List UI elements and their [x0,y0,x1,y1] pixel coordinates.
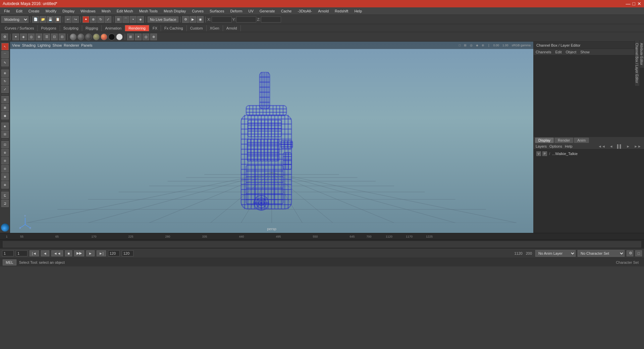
timeline-track[interactable] [3,241,641,248]
new-file-btn[interactable]: 📄 [32,16,39,23]
no-live-surface-btn[interactable]: No Live Surface [148,16,178,22]
menu-mesh-display[interactable]: Mesh Display [161,8,189,14]
lt-icon11[interactable]: ⊗ [1,181,9,189]
options-menu[interactable]: Options [549,144,562,148]
render-btn[interactable]: ▶ [190,16,196,23]
select-tool[interactable]: ✦ [83,16,89,23]
playback-start-field[interactable] [16,250,28,256]
tb2-tex-icon[interactable]: ⊞ [127,34,134,40]
help-menu[interactable]: Help [565,144,573,148]
sphere-flat-btn[interactable] [85,34,92,40]
cb-show-menu[interactable]: Show [580,50,590,54]
lt-icon3[interactable]: ◉ [1,112,9,119]
step-back-btn[interactable]: ◄ [41,250,49,256]
menu-mesh[interactable]: Mesh [99,8,113,14]
menu-mesh-tools[interactable]: Mesh Tools [137,8,160,14]
menu-3dtoall[interactable]: -3DtoAll- [295,8,315,14]
scale-tool-btn[interactable]: ⤢ [1,86,9,93]
vp-icon1[interactable]: □ [459,44,461,47]
menu-redshift[interactable]: Redshift [332,8,351,14]
menu-edit-mesh[interactable]: Edit Mesh [114,8,136,14]
scale-tool[interactable]: ⤢ [105,16,111,23]
attribute-editor-tab[interactable]: Attribute Editor [639,40,644,68]
anim-layer-select[interactable]: No Anim Layer [535,250,576,257]
stop-btn[interactable]: ■ [65,250,72,256]
lt-icon5[interactable]: ⊟ [1,131,9,138]
sphere-textured-btn[interactable] [93,34,100,40]
menu-cache[interactable]: Cache [278,8,294,14]
playback-end-field[interactable] [108,250,120,256]
layer-play-btn[interactable]: ► [626,144,630,148]
paint-tool-btn[interactable]: ✎ [1,59,9,66]
rewind-btn[interactable]: |◄ [30,250,39,256]
tab-rigging[interactable]: Rigging [82,25,102,31]
x-field[interactable] [212,16,232,22]
lt-sphere-btn[interactable] [1,223,9,232]
tb2-render-icon[interactable]: ◎ [143,34,149,40]
lasso-tool-btn[interactable]: ⌒ [1,51,9,58]
tb2-light-icon[interactable]: ☀ [135,34,142,40]
layer-visible-btn[interactable]: V [536,151,541,156]
lt-icon7[interactable]: ⊛ [1,149,9,156]
rotate-tool-btn[interactable]: ↻ [1,78,9,85]
window-controls[interactable]: — □ ✕ [626,1,641,6]
lt-icon1[interactable]: ⊞ [1,96,9,103]
tab-display[interactable]: Display [535,138,554,143]
menu-surfaces[interactable]: Surfaces [207,8,227,14]
vp-renderer-menu[interactable]: Renderer [64,43,79,47]
layer-stop-btn[interactable]: ▌▌ [617,144,623,148]
lt-icon10[interactable]: ⊕ [1,173,9,181]
sphere-dark-btn[interactable] [108,34,115,40]
timeline-end-field[interactable] [122,250,133,256]
vp-gamma-btn[interactable]: sRGB gamma [512,44,531,47]
sphere-orange-btn[interactable] [101,34,107,40]
snap-point-btn[interactable]: • [130,16,137,23]
mel-tab[interactable]: MEL [3,259,16,265]
character-set-select[interactable]: No Character Set [578,250,625,257]
translate-tool[interactable]: ⊕ [90,16,97,23]
menu-display[interactable]: Display [60,8,77,14]
menu-create[interactable]: Create [26,8,42,14]
tab-polygons[interactable]: Polygons [38,25,60,31]
ipr-btn[interactable]: ◉ [197,16,204,23]
tab-curves-surfaces[interactable]: Curves / Surfaces [1,25,38,31]
lt-icon8[interactable]: ⊜ [1,157,9,164]
menu-help[interactable]: Help [352,8,365,14]
tab-anim[interactable]: Anim [574,138,589,143]
tb2-icon5[interactable]: ☰ [43,34,50,40]
play-back-btn[interactable]: ◄◄ [51,250,63,256]
extra-btn1[interactable]: ⚙ [627,250,633,256]
ffwd-btn[interactable]: ►| [97,250,106,256]
tb2-target-icon[interactable]: ⊕ [150,34,157,40]
tb2-icon1[interactable]: ✦ [12,34,19,40]
play-fwd-btn[interactable]: ▶▶ [74,250,84,256]
layer-forward-btn[interactable]: ►► [634,144,641,148]
vp-icon5[interactable]: ⊛ [482,44,484,47]
lt-icon12[interactable]: ⊑ [1,192,9,199]
cb-channels-menu[interactable]: Channels [536,50,551,54]
sphere-shaded-btn[interactable] [70,34,76,40]
vp-icon2[interactable]: ⊞ [464,44,467,47]
vp-icon3[interactable]: ◎ [470,44,473,47]
menu-deform[interactable]: Deform [227,8,245,14]
mode-select[interactable]: Modeling Rigging Animation FX Rendering [1,16,29,23]
move-tool-btn[interactable]: ⊕ [1,69,9,77]
close-btn[interactable]: ✕ [637,1,641,6]
render-settings-btn[interactable]: ⚙ [182,16,189,23]
layer-p-btn[interactable]: P [542,151,547,156]
y-field[interactable] [236,16,256,22]
snap-grid-btn[interactable]: ⊞ [115,16,122,23]
cb-edit-menu[interactable]: Edit [555,50,561,54]
tb2-icon7[interactable]: ⊟ [59,34,65,40]
layer-prev-btn[interactable]: ◄ [609,144,613,148]
vp-show-menu[interactable]: Show [53,43,62,47]
layer-name[interactable]: ...Walkie_Talkie [552,152,578,156]
tab-custom[interactable]: Custom [187,25,207,31]
vp-panels-menu[interactable]: Panels [81,43,93,47]
menu-generate[interactable]: Generate [257,8,278,14]
snap-curve-btn[interactable]: ⌒ [122,16,129,23]
snap-view-btn[interactable]: ◈ [137,16,144,23]
maximize-btn[interactable]: □ [633,1,635,6]
tb2-icon3[interactable]: ◎ [28,34,35,40]
tb2-icon2[interactable]: ◈ [20,34,27,40]
